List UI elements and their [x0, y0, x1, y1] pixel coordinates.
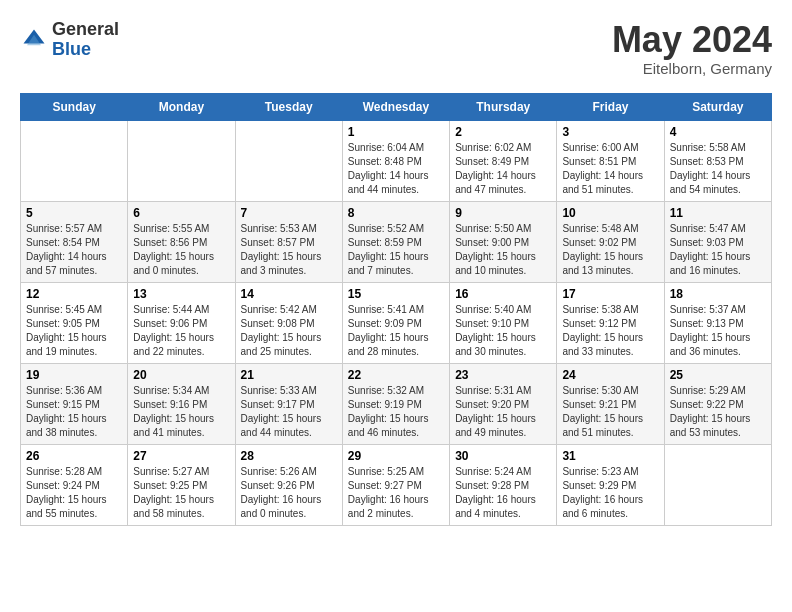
day-number: 9	[455, 206, 551, 220]
day-info: Sunrise: 5:27 AM Sunset: 9:25 PM Dayligh…	[133, 465, 229, 521]
day-number: 18	[670, 287, 766, 301]
day-info: Sunrise: 5:55 AM Sunset: 8:56 PM Dayligh…	[133, 222, 229, 278]
calendar-cell: 22Sunrise: 5:32 AM Sunset: 9:19 PM Dayli…	[342, 363, 449, 444]
calendar-cell: 16Sunrise: 5:40 AM Sunset: 9:10 PM Dayli…	[450, 282, 557, 363]
logo: General Blue	[20, 20, 119, 60]
day-info: Sunrise: 5:48 AM Sunset: 9:02 PM Dayligh…	[562, 222, 658, 278]
calendar-cell: 27Sunrise: 5:27 AM Sunset: 9:25 PM Dayli…	[128, 444, 235, 525]
day-info: Sunrise: 5:47 AM Sunset: 9:03 PM Dayligh…	[670, 222, 766, 278]
day-number: 29	[348, 449, 444, 463]
day-info: Sunrise: 5:45 AM Sunset: 9:05 PM Dayligh…	[26, 303, 122, 359]
calendar-cell: 24Sunrise: 5:30 AM Sunset: 9:21 PM Dayli…	[557, 363, 664, 444]
day-number: 5	[26, 206, 122, 220]
calendar-cell	[235, 120, 342, 201]
day-number: 21	[241, 368, 337, 382]
day-number: 11	[670, 206, 766, 220]
day-of-week-header: Wednesday	[342, 93, 449, 120]
day-number: 23	[455, 368, 551, 382]
day-number: 8	[348, 206, 444, 220]
calendar-cell: 6Sunrise: 5:55 AM Sunset: 8:56 PM Daylig…	[128, 201, 235, 282]
day-of-week-header: Sunday	[21, 93, 128, 120]
calendar-cell	[664, 444, 771, 525]
calendar-cell: 31Sunrise: 5:23 AM Sunset: 9:29 PM Dayli…	[557, 444, 664, 525]
calendar-cell: 7Sunrise: 5:53 AM Sunset: 8:57 PM Daylig…	[235, 201, 342, 282]
day-number: 6	[133, 206, 229, 220]
calendar-cell: 15Sunrise: 5:41 AM Sunset: 9:09 PM Dayli…	[342, 282, 449, 363]
day-of-week-header: Monday	[128, 93, 235, 120]
day-number: 13	[133, 287, 229, 301]
day-info: Sunrise: 5:37 AM Sunset: 9:13 PM Dayligh…	[670, 303, 766, 359]
day-number: 10	[562, 206, 658, 220]
day-info: Sunrise: 5:33 AM Sunset: 9:17 PM Dayligh…	[241, 384, 337, 440]
calendar-cell: 18Sunrise: 5:37 AM Sunset: 9:13 PM Dayli…	[664, 282, 771, 363]
day-number: 20	[133, 368, 229, 382]
day-info: Sunrise: 5:42 AM Sunset: 9:08 PM Dayligh…	[241, 303, 337, 359]
day-info: Sunrise: 5:23 AM Sunset: 9:29 PM Dayligh…	[562, 465, 658, 521]
calendar-cell: 1Sunrise: 6:04 AM Sunset: 8:48 PM Daylig…	[342, 120, 449, 201]
calendar-cell: 9Sunrise: 5:50 AM Sunset: 9:00 PM Daylig…	[450, 201, 557, 282]
calendar-cell: 21Sunrise: 5:33 AM Sunset: 9:17 PM Dayli…	[235, 363, 342, 444]
day-of-week-header: Thursday	[450, 93, 557, 120]
calendar-cell: 14Sunrise: 5:42 AM Sunset: 9:08 PM Dayli…	[235, 282, 342, 363]
day-number: 28	[241, 449, 337, 463]
day-number: 25	[670, 368, 766, 382]
calendar-cell: 19Sunrise: 5:36 AM Sunset: 9:15 PM Dayli…	[21, 363, 128, 444]
calendar-cell: 17Sunrise: 5:38 AM Sunset: 9:12 PM Dayli…	[557, 282, 664, 363]
day-info: Sunrise: 5:38 AM Sunset: 9:12 PM Dayligh…	[562, 303, 658, 359]
calendar-cell: 28Sunrise: 5:26 AM Sunset: 9:26 PM Dayli…	[235, 444, 342, 525]
day-number: 27	[133, 449, 229, 463]
day-number: 17	[562, 287, 658, 301]
calendar-cell: 11Sunrise: 5:47 AM Sunset: 9:03 PM Dayli…	[664, 201, 771, 282]
calendar-cell: 25Sunrise: 5:29 AM Sunset: 9:22 PM Dayli…	[664, 363, 771, 444]
day-info: Sunrise: 5:32 AM Sunset: 9:19 PM Dayligh…	[348, 384, 444, 440]
day-number: 15	[348, 287, 444, 301]
calendar-table: SundayMondayTuesdayWednesdayThursdayFrid…	[20, 93, 772, 526]
day-number: 14	[241, 287, 337, 301]
day-number: 22	[348, 368, 444, 382]
month-title: May 2024	[612, 20, 772, 60]
day-number: 7	[241, 206, 337, 220]
day-info: Sunrise: 5:26 AM Sunset: 9:26 PM Dayligh…	[241, 465, 337, 521]
title-block: May 2024 Eitelborn, Germany	[612, 20, 772, 77]
calendar-header-row: SundayMondayTuesdayWednesdayThursdayFrid…	[21, 93, 772, 120]
logo-icon	[20, 26, 48, 54]
calendar-cell: 8Sunrise: 5:52 AM Sunset: 8:59 PM Daylig…	[342, 201, 449, 282]
day-info: Sunrise: 5:44 AM Sunset: 9:06 PM Dayligh…	[133, 303, 229, 359]
day-info: Sunrise: 5:34 AM Sunset: 9:16 PM Dayligh…	[133, 384, 229, 440]
calendar-cell: 2Sunrise: 6:02 AM Sunset: 8:49 PM Daylig…	[450, 120, 557, 201]
calendar-cell: 13Sunrise: 5:44 AM Sunset: 9:06 PM Dayli…	[128, 282, 235, 363]
day-number: 2	[455, 125, 551, 139]
calendar-week-row: 5Sunrise: 5:57 AM Sunset: 8:54 PM Daylig…	[21, 201, 772, 282]
logo-text: General Blue	[52, 20, 119, 60]
calendar-cell: 20Sunrise: 5:34 AM Sunset: 9:16 PM Dayli…	[128, 363, 235, 444]
day-number: 31	[562, 449, 658, 463]
calendar-cell: 4Sunrise: 5:58 AM Sunset: 8:53 PM Daylig…	[664, 120, 771, 201]
day-number: 19	[26, 368, 122, 382]
day-number: 24	[562, 368, 658, 382]
day-info: Sunrise: 5:58 AM Sunset: 8:53 PM Dayligh…	[670, 141, 766, 197]
day-of-week-header: Tuesday	[235, 93, 342, 120]
day-info: Sunrise: 5:24 AM Sunset: 9:28 PM Dayligh…	[455, 465, 551, 521]
calendar-cell	[128, 120, 235, 201]
day-number: 16	[455, 287, 551, 301]
calendar-cell: 5Sunrise: 5:57 AM Sunset: 8:54 PM Daylig…	[21, 201, 128, 282]
day-number: 4	[670, 125, 766, 139]
calendar-cell: 29Sunrise: 5:25 AM Sunset: 9:27 PM Dayli…	[342, 444, 449, 525]
day-number: 30	[455, 449, 551, 463]
calendar-week-row: 12Sunrise: 5:45 AM Sunset: 9:05 PM Dayli…	[21, 282, 772, 363]
day-of-week-header: Saturday	[664, 93, 771, 120]
day-number: 1	[348, 125, 444, 139]
day-info: Sunrise: 5:52 AM Sunset: 8:59 PM Dayligh…	[348, 222, 444, 278]
day-info: Sunrise: 5:53 AM Sunset: 8:57 PM Dayligh…	[241, 222, 337, 278]
calendar-week-row: 26Sunrise: 5:28 AM Sunset: 9:24 PM Dayli…	[21, 444, 772, 525]
day-info: Sunrise: 6:00 AM Sunset: 8:51 PM Dayligh…	[562, 141, 658, 197]
day-info: Sunrise: 5:36 AM Sunset: 9:15 PM Dayligh…	[26, 384, 122, 440]
day-info: Sunrise: 6:02 AM Sunset: 8:49 PM Dayligh…	[455, 141, 551, 197]
calendar-cell: 30Sunrise: 5:24 AM Sunset: 9:28 PM Dayli…	[450, 444, 557, 525]
day-info: Sunrise: 5:30 AM Sunset: 9:21 PM Dayligh…	[562, 384, 658, 440]
day-info: Sunrise: 5:41 AM Sunset: 9:09 PM Dayligh…	[348, 303, 444, 359]
day-info: Sunrise: 5:40 AM Sunset: 9:10 PM Dayligh…	[455, 303, 551, 359]
calendar-cell: 12Sunrise: 5:45 AM Sunset: 9:05 PM Dayli…	[21, 282, 128, 363]
calendar-cell: 3Sunrise: 6:00 AM Sunset: 8:51 PM Daylig…	[557, 120, 664, 201]
day-info: Sunrise: 5:29 AM Sunset: 9:22 PM Dayligh…	[670, 384, 766, 440]
